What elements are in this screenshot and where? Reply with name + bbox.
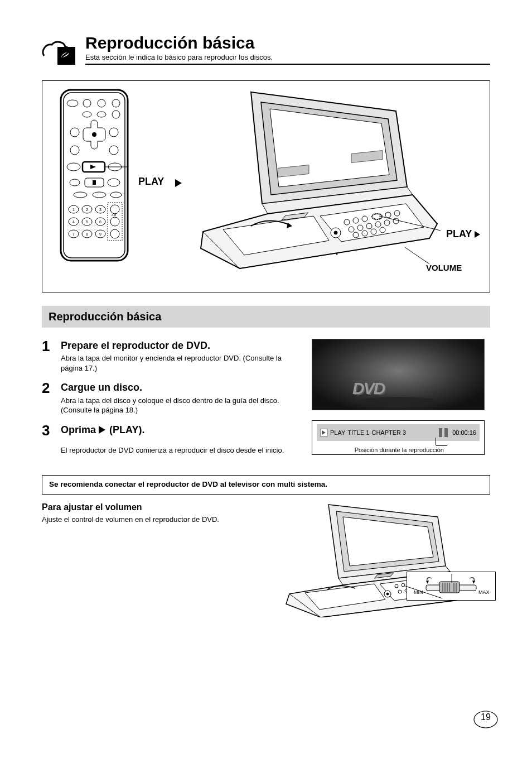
svg-line-113 bbox=[405, 586, 442, 598]
svg-point-9 bbox=[83, 112, 91, 117]
osd-title-text: TITLE 1 bbox=[347, 429, 369, 436]
svg-point-16 bbox=[92, 132, 96, 137]
preview-column: DVD DVD PLAY TITLE 1 CHAPTER 3 00:00:16 … bbox=[312, 339, 490, 455]
portable-dvd-illustration bbox=[184, 87, 446, 265]
svg-point-63 bbox=[366, 223, 372, 229]
svg-text:A-B: A-B bbox=[112, 213, 117, 217]
svg-text:7: 7 bbox=[72, 232, 75, 236]
svg-point-28 bbox=[110, 192, 122, 198]
osd-play-text: PLAY bbox=[330, 429, 345, 436]
page-number: 19 bbox=[476, 712, 495, 726]
svg-point-56 bbox=[353, 218, 359, 223]
svg-point-55 bbox=[344, 219, 350, 225]
steps-column: 1 Prepare el reproductor de DVD. Abra la… bbox=[42, 339, 295, 455]
header-text-block: Reproducción básica Esta sección le indi… bbox=[85, 33, 490, 65]
osd-time-text: 00:00:16 bbox=[452, 429, 476, 436]
svg-text:6: 6 bbox=[99, 220, 101, 224]
svg-point-71 bbox=[371, 229, 376, 234]
step-number: 2 bbox=[42, 381, 61, 415]
osd-chapter-text: CHAPTER 3 bbox=[371, 429, 406, 436]
svg-point-72 bbox=[380, 227, 385, 233]
svg-marker-52 bbox=[175, 179, 182, 187]
osd-leader-line bbox=[436, 438, 436, 445]
osd-leader-line bbox=[436, 445, 447, 446]
svg-point-69 bbox=[353, 232, 359, 238]
svg-point-66 bbox=[393, 218, 399, 224]
volume-section: Para ajustar el volumen Ajuste el contro… bbox=[42, 500, 490, 617]
svg-text:1: 1 bbox=[72, 208, 75, 212]
svg-point-61 bbox=[349, 227, 354, 232]
svg-line-75 bbox=[405, 247, 429, 264]
remote-control-illustration: 1 2 3 4 5 6 A-B 7 8 9 bbox=[58, 89, 130, 262]
svg-point-60 bbox=[394, 210, 400, 216]
svg-point-59 bbox=[385, 212, 391, 218]
svg-point-57 bbox=[362, 216, 367, 222]
svg-point-70 bbox=[362, 231, 367, 236]
step-sub: Abra la tapa del disco y coloque el disc… bbox=[61, 396, 295, 415]
svg-point-15 bbox=[109, 146, 118, 155]
page-subtitle: Esta sección le indica lo básico para re… bbox=[85, 53, 490, 61]
svg-point-25 bbox=[108, 179, 120, 186]
svg-text:5: 5 bbox=[86, 220, 88, 224]
volume-illustration-wrap: MIN MAX bbox=[273, 500, 490, 617]
svg-point-5 bbox=[67, 100, 78, 107]
svg-text:DVD: DVD bbox=[352, 379, 385, 397]
osd-progress-bars bbox=[439, 428, 448, 437]
svg-text:9: 9 bbox=[99, 232, 101, 236]
svg-point-27 bbox=[93, 192, 106, 198]
osd-caption: Posición durante la reproducción bbox=[355, 447, 444, 453]
svg-point-62 bbox=[357, 225, 363, 231]
volume-title: Para ajustar el volumen bbox=[42, 502, 258, 512]
svg-point-10 bbox=[97, 112, 106, 117]
svg-point-35 bbox=[110, 205, 119, 214]
step-number: 1 bbox=[42, 339, 61, 373]
play-label-player: PLAY bbox=[446, 228, 481, 240]
svg-point-14 bbox=[70, 146, 79, 155]
svg-point-11 bbox=[112, 111, 120, 118]
svg-point-65 bbox=[384, 220, 390, 226]
svg-point-7 bbox=[98, 99, 105, 107]
osd-play-icon bbox=[320, 429, 328, 436]
play-icon bbox=[99, 426, 107, 434]
volume-label: VOLUME bbox=[426, 263, 462, 272]
section-heading: Reproducción básica bbox=[42, 306, 490, 328]
step-title: Cargue un disco. bbox=[61, 381, 295, 394]
note-box: Se recomienda conectar el reproductor de… bbox=[42, 476, 490, 495]
step-sub: Abra la tapa del monitor y encienda el r… bbox=[61, 353, 295, 373]
dvd-screen-preview: DVD DVD bbox=[312, 339, 485, 410]
svg-point-26 bbox=[74, 192, 87, 198]
svg-text:8: 8 bbox=[86, 232, 88, 236]
volume-body: Ajuste el control de volumen en el repro… bbox=[42, 515, 258, 525]
svg-marker-77 bbox=[475, 231, 480, 238]
svg-point-64 bbox=[375, 222, 381, 227]
content-columns: 1 Prepare el reproductor de DVD. Abra la… bbox=[42, 339, 490, 455]
volume-text: Para ajustar el volumen Ajuste el contro… bbox=[42, 500, 258, 617]
svg-point-22 bbox=[70, 179, 80, 186]
step-title: Oprima (PLAY). bbox=[61, 423, 295, 436]
step-2: 2 Cargue un disco. Abra la tapa del disc… bbox=[42, 381, 295, 415]
play-icon bbox=[175, 179, 183, 187]
step-number: 3 bbox=[42, 423, 61, 438]
svg-rect-24 bbox=[93, 180, 96, 185]
svg-text:4: 4 bbox=[72, 220, 75, 224]
dvd-logo-icon: DVD DVD bbox=[348, 378, 448, 405]
page-header: Reproducción básica Esta sección le indi… bbox=[42, 33, 490, 65]
step-title-pre: Oprima bbox=[61, 424, 99, 435]
svg-marker-78 bbox=[99, 426, 105, 434]
inset-leader-line bbox=[273, 500, 490, 617]
header-rule bbox=[85, 64, 490, 65]
svg-point-8 bbox=[112, 99, 120, 107]
svg-point-50 bbox=[110, 229, 119, 238]
step-1: 1 Prepare el reproductor de DVD. Abra la… bbox=[42, 339, 295, 373]
svg-point-12 bbox=[70, 128, 79, 137]
clip-icon bbox=[42, 36, 75, 65]
svg-text:2: 2 bbox=[86, 208, 88, 212]
step-title-post: (PLAY). bbox=[109, 424, 144, 435]
svg-point-68 bbox=[334, 231, 337, 234]
svg-text:3: 3 bbox=[99, 208, 101, 212]
page-title: Reproducción básica bbox=[85, 33, 490, 52]
svg-point-76 bbox=[336, 253, 338, 255]
svg-point-42 bbox=[110, 217, 119, 226]
step-3: 3 Oprima (PLAY). bbox=[42, 423, 295, 438]
svg-point-6 bbox=[83, 99, 91, 107]
